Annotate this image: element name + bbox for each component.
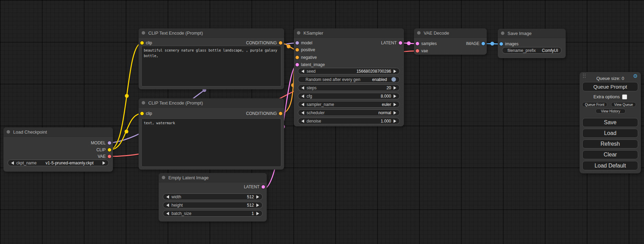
negative-prompt-text[interactable]: text, watermark: [141, 118, 281, 167]
output-image[interactable]: IMAGE: [466, 40, 485, 47]
node-save-image[interactable]: Save Image images filename_prefix ComfyU…: [498, 29, 566, 58]
port-dot-conditioning[interactable]: [279, 112, 282, 115]
widget-random-seed-toggle[interactable]: Random seed after every gen enabled: [298, 76, 400, 83]
refresh-button[interactable]: Refresh: [582, 139, 638, 148]
input-images[interactable]: images: [500, 40, 519, 47]
node-load-checkpoint[interactable]: Load Checkpoint MODEL CLIP VAE ckpt_name…: [3, 127, 113, 172]
queue-prompt-button[interactable]: Queue Prompt: [582, 82, 638, 91]
port-dot-image[interactable]: [500, 42, 503, 46]
output-conditioning[interactable]: CONDITIONING: [246, 110, 282, 117]
widget-value: 512: [247, 195, 254, 199]
extra-options-checkbox[interactable]: [622, 94, 627, 99]
port-dot-conditioning[interactable]: [279, 41, 282, 45]
output-model[interactable]: MODEL: [91, 139, 111, 146]
output-clip[interactable]: CLIP: [96, 146, 111, 153]
increment-arrow-icon[interactable]: [394, 70, 396, 73]
port-dot-vae[interactable]: [416, 49, 419, 53]
port-label: latent_image: [301, 62, 325, 67]
port-dot-model[interactable]: [108, 141, 111, 145]
gear-icon[interactable]: ⚙: [633, 73, 638, 79]
port-dot-clip[interactable]: [140, 41, 144, 45]
decrement-arrow-icon[interactable]: [301, 103, 304, 106]
output-latent[interactable]: LATENT: [244, 183, 265, 190]
decrement-arrow-icon[interactable]: [166, 212, 169, 215]
input-samples[interactable]: samples: [416, 40, 437, 47]
input-latent-image[interactable]: latent_image: [295, 61, 325, 68]
input-clip[interactable]: clip: [140, 39, 152, 46]
increment-arrow-icon[interactable]: [394, 94, 396, 98]
save-button[interactable]: Save: [582, 118, 638, 127]
collapse-dot-icon[interactable]: [501, 31, 504, 35]
output-vae[interactable]: VAE: [98, 153, 111, 160]
widget-value: ComfyUI: [542, 48, 558, 53]
increment-arrow-icon[interactable]: [394, 119, 396, 123]
increment-arrow-icon[interactable]: [256, 195, 259, 199]
link-midpoint-dot: [407, 42, 411, 45]
increment-arrow-icon[interactable]: [394, 86, 396, 90]
port-dot-clip[interactable]: [140, 112, 144, 115]
input-positive[interactable]: positive: [295, 46, 315, 53]
increment-arrow-icon[interactable]: [394, 103, 396, 106]
widget-scheduler[interactable]: scheduler normal: [298, 109, 400, 116]
collapse-dot-icon[interactable]: [417, 31, 421, 35]
node-clip-text-encode-1[interactable]: CLIP Text Encode (Prompt) clip CONDITION…: [139, 28, 284, 89]
clear-button[interactable]: Clear: [582, 150, 638, 159]
widget-ckpt-name[interactable]: ckpt_name v1-5-pruned-emaonly.ckpt: [8, 160, 109, 166]
widget-denoise[interactable]: denoise 1.000: [298, 118, 400, 124]
port-dot-clip[interactable]: [108, 148, 111, 152]
load-button[interactable]: Load: [582, 129, 638, 138]
comfyui-canvas[interactable]: Load Checkpoint MODEL CLIP VAE ckpt_name…: [0, 0, 644, 244]
widget-height[interactable]: height 512: [163, 202, 263, 208]
collapse-dot-icon[interactable]: [162, 176, 165, 179]
collapse-dot-icon[interactable]: [297, 31, 300, 35]
decrement-arrow-icon[interactable]: [301, 111, 304, 115]
view-queue-button[interactable]: View Queue: [611, 102, 636, 107]
port-dot-vae[interactable]: [108, 155, 111, 158]
collapse-dot-icon[interactable]: [142, 31, 145, 35]
collapse-dot-icon[interactable]: [142, 101, 145, 105]
decrement-arrow-icon[interactable]: [166, 195, 169, 199]
port-dot-latent[interactable]: [399, 41, 402, 45]
input-model[interactable]: model: [295, 39, 312, 46]
collapse-dot-icon[interactable]: [7, 130, 10, 134]
load-default-button[interactable]: Load Default: [582, 161, 638, 170]
port-dot-latent[interactable]: [295, 63, 299, 66]
toggle-knob-icon[interactable]: [391, 77, 396, 82]
node-empty-latent-image[interactable]: Empty Latent Image LATENT width 512 heig…: [159, 173, 267, 222]
widget-steps[interactable]: steps 20: [298, 84, 400, 91]
link-midpoint-dot: [125, 130, 129, 134]
widget-cfg[interactable]: cfg 8.000: [298, 93, 400, 99]
port-dot-latent[interactable]: [416, 42, 419, 45]
decrement-arrow-icon[interactable]: [166, 204, 169, 207]
node-vae-decode[interactable]: VAE Decode samples vae IMAGE: [414, 28, 487, 55]
input-negative[interactable]: negative: [295, 54, 317, 61]
decrement-arrow-icon[interactable]: [301, 119, 304, 123]
output-conditioning[interactable]: CONDITIONING: [246, 39, 282, 46]
queue-front-button[interactable]: Queue Front: [582, 102, 607, 107]
positive-prompt-text[interactable]: beautiful scenery nature glass bottle la…: [141, 46, 281, 87]
decrement-arrow-icon[interactable]: [301, 86, 304, 90]
decrement-arrow-icon[interactable]: [301, 94, 304, 98]
node-clip-text-encode-2[interactable]: CLIP Text Encode (Prompt) clip CONDITION…: [139, 98, 284, 170]
decrement-arrow-icon[interactable]: [301, 70, 304, 73]
output-latent[interactable]: LATENT: [381, 39, 402, 46]
port-dot-image[interactable]: [482, 42, 485, 45]
node-ksampler[interactable]: KSampler model positive negative latent_…: [294, 28, 404, 126]
widget-sampler-name[interactable]: sampler_name euler: [298, 101, 400, 108]
port-dot-model[interactable]: [295, 41, 299, 45]
decrement-arrow-icon[interactable]: [11, 161, 14, 165]
widget-width[interactable]: width 512: [163, 193, 263, 200]
port-dot-latent[interactable]: [262, 185, 265, 189]
increment-arrow-icon[interactable]: [256, 212, 259, 215]
view-history-button[interactable]: View History: [596, 109, 626, 114]
port-dot-conditioning[interactable]: [295, 56, 299, 59]
increment-arrow-icon[interactable]: [103, 161, 105, 165]
input-clip[interactable]: clip: [140, 110, 152, 117]
widget-filename-prefix[interactable]: filename_prefix ComfyUI: [502, 47, 562, 54]
widget-batch-size[interactable]: batch_size 1: [163, 210, 263, 217]
input-vae[interactable]: vae: [416, 47, 428, 54]
port-dot-conditioning[interactable]: [295, 48, 299, 52]
increment-arrow-icon[interactable]: [394, 111, 396, 115]
increment-arrow-icon[interactable]: [256, 204, 259, 207]
widget-seed[interactable]: seed 156680208700286: [298, 68, 400, 74]
